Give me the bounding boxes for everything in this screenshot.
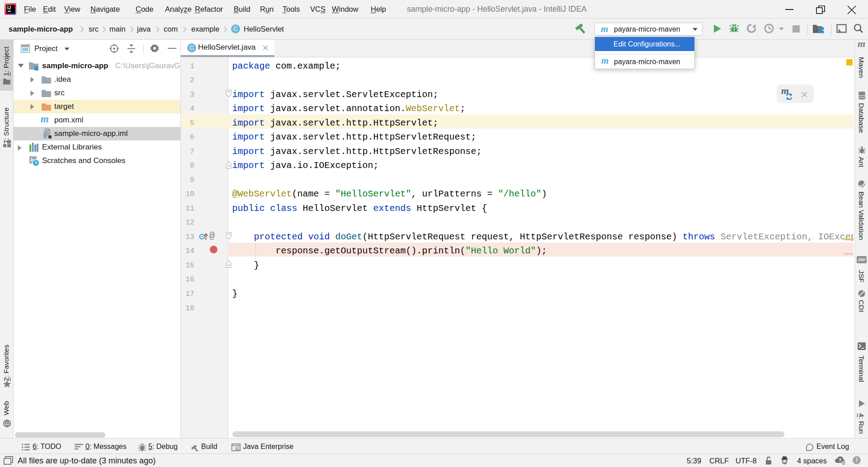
svg-text:?: ? xyxy=(839,458,841,463)
svg-text:EE: EE xyxy=(236,447,240,450)
